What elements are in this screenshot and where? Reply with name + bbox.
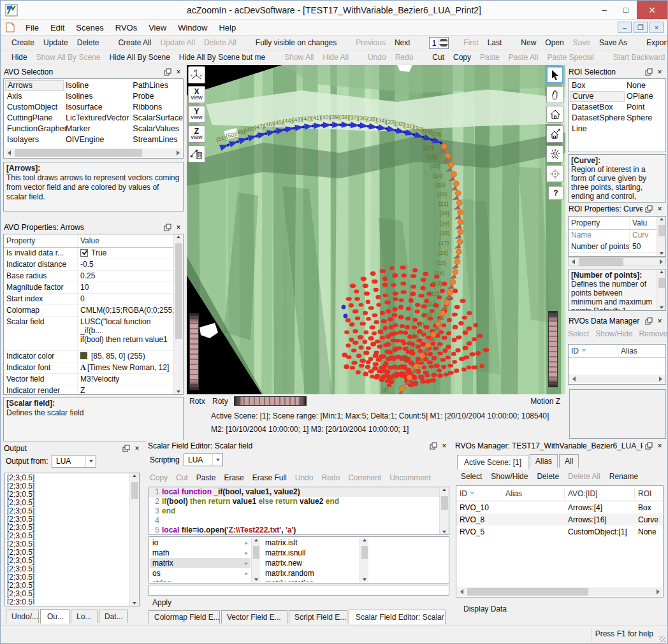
pointer-tool-button[interactable]: [546, 66, 563, 83]
create-button[interactable]: Create: [7, 37, 39, 48]
list-item-curve[interactable]: Curve: [570, 91, 625, 102]
list-item-ribbons[interactable]: Ribbons: [131, 102, 185, 113]
hide-button[interactable]: Hide: [7, 52, 32, 63]
fully-visible-on-changes-button[interactable]: Fully visible on changes: [251, 37, 341, 48]
menu-help[interactable]: Help: [213, 21, 242, 34]
erase-button[interactable]: Erase: [224, 473, 243, 482]
rotx-label[interactable]: Rotx: [189, 397, 205, 406]
update-button[interactable]: Update: [39, 37, 73, 48]
rvos-dm-hscrollbar[interactable]: [569, 375, 665, 383]
cut-button[interactable]: Cut: [428, 52, 449, 63]
output-from-dropdown[interactable]: LUA: [52, 455, 96, 468]
select-button[interactable]: Select: [568, 329, 589, 338]
function-browser-functions[interactable]: matrix.isltmatrix.isnullmatrix.newmatrix…: [263, 538, 358, 582]
show-all-button[interactable]: Show All: [280, 52, 318, 63]
output-list[interactable]: [2;3;0.5][2;3;0.5][2;3;0.5][2;3;0.5][2;3…: [4, 473, 140, 606]
open-button[interactable]: Open: [541, 37, 568, 48]
list-item-arrows[interactable]: Arrows: [5, 80, 64, 91]
document-icon[interactable]: [4, 22, 16, 33]
scroll-thumb[interactable]: [15, 149, 142, 157]
code-editor[interactable]: 1local function _if(bool, value1, value2…: [149, 487, 449, 535]
comment-button[interactable]: Comment: [348, 473, 381, 482]
browser-category-io[interactable]: io▸: [150, 538, 250, 548]
z-view-button[interactable]: Zview: [188, 125, 205, 143]
remove-button[interactable]: Remove: [639, 329, 667, 338]
rvo-row-rvo-8[interactable]: RVO_8Arrows:[16]Curve: [456, 513, 663, 526]
copy-button[interactable]: Copy: [150, 473, 168, 482]
left-dolly-thumbwheel[interactable]: [189, 313, 199, 390]
delete-button[interactable]: Delete: [537, 472, 559, 481]
select-button[interactable]: Select: [461, 472, 482, 481]
browser-category-os[interactable]: os▸: [150, 568, 250, 578]
close-panel-icon[interactable]: ×: [133, 445, 142, 453]
right-dolly-thumbwheel[interactable]: [548, 311, 558, 387]
list-item-axis[interactable]: Axis: [5, 91, 64, 102]
column-header-id[interactable]: ID: [569, 345, 618, 357]
minimize-button[interactable]: –: [593, 1, 615, 19]
code-vscrollbar[interactable]: [439, 487, 449, 534]
code-line-4[interactable]: 4: [149, 516, 439, 526]
code-line-5[interactable]: 5local file=io.open('Z:\\Test222.txt', '…: [149, 526, 439, 534]
list-item-isolayers[interactable]: Isolayers: [5, 134, 64, 145]
3d-scene[interactable]: {51}{50}{49}{48}{47}{46}{45}{44}{43}{42}…: [187, 65, 565, 394]
hide-all-button[interactable]: Hide All: [318, 52, 353, 63]
browser-function-matrix-islt[interactable]: matrix.islt: [263, 538, 358, 548]
browser-function-matrix-random[interactable]: matrix.random: [263, 568, 358, 578]
property-row-base-radius[interactable]: Base radius0.25: [4, 271, 173, 282]
list-item-pathlines[interactable]: PathLines: [131, 80, 185, 91]
maximize-button[interactable]: □: [615, 1, 637, 19]
seek-tool-button[interactable]: [546, 165, 563, 182]
list-item-datasetsphere[interactable]: DatasetSphere: [570, 113, 625, 124]
float-icon[interactable]: [122, 445, 131, 453]
show-hide-button[interactable]: Show/Hide: [595, 329, 632, 338]
spin-up-arrow[interactable]: [439, 38, 448, 43]
last-button[interactable]: Last: [483, 37, 507, 48]
browser-right-vscrollbar[interactable]: [359, 538, 368, 582]
list-item-sphere[interactable]: Sphere: [625, 113, 664, 124]
erase-full-button[interactable]: Erase Full: [252, 473, 287, 482]
roi-properties-hscrollbar[interactable]: [568, 257, 666, 266]
list-item-isosurface[interactable]: Isosurface: [64, 102, 131, 113]
view-all-button[interactable]: [546, 145, 563, 162]
tab-scalar-field-editor-scalar[interactable]: Scalar Field Editor: Scalar ...: [349, 610, 446, 624]
property-row-scalar-field[interactable]: Scalar fieldLUSC("local function _if(b..…: [4, 317, 173, 351]
property-row-indicator-font[interactable]: Indicator fontA [Times New Roman, 12]: [4, 362, 173, 374]
tab-colormap-field-e[interactable]: Colormap Field E...: [149, 610, 220, 624]
list-item-probe[interactable]: Probe: [131, 91, 185, 102]
previous-button[interactable]: Previous: [351, 37, 390, 48]
property-row-vector-field[interactable]: Vector fieldM3!Velocity: [4, 374, 173, 385]
list-item-isoline[interactable]: Isoline: [64, 80, 131, 91]
code-line-3[interactable]: 3end: [149, 506, 439, 516]
rvos-hscrollbar[interactable]: [457, 587, 662, 596]
delete-all-button[interactable]: Delete All: [200, 37, 241, 48]
paste-special-button[interactable]: Paste Special: [542, 52, 598, 63]
browser-category-string[interactable]: string▸: [150, 578, 250, 582]
float-icon[interactable]: [163, 224, 172, 232]
viewport[interactable]: {51}{50}{49}{48}{47}{46}{45}{44}{43}{42}…: [187, 65, 565, 394]
tab-undo[interactable]: Undo/...: [6, 610, 39, 623]
undo-button[interactable]: Undo: [295, 473, 314, 482]
property-row-indicator-render[interactable]: Indicator renderZ: [4, 385, 173, 395]
tab-lo[interactable]: Lo...: [71, 610, 98, 623]
redo-button[interactable]: Redo: [321, 473, 340, 482]
list-item-customobject[interactable]: CustomObject: [5, 102, 64, 113]
list-item-isolines[interactable]: Isolines: [64, 91, 131, 102]
browser-left-vscrollbar[interactable]: [251, 538, 260, 582]
axes-orientation-button[interactable]: zxy: [188, 66, 205, 83]
menu-view[interactable]: View: [143, 21, 172, 34]
hide-all-by-scene-button[interactable]: Hide All By Scene: [105, 52, 174, 63]
tab-vector-field-e[interactable]: Vector Field E...: [221, 610, 287, 624]
column-header-roi[interactable]: ROI: [635, 488, 660, 499]
save-as-button[interactable]: Save As: [595, 37, 632, 48]
roty-label[interactable]: Roty: [212, 397, 228, 406]
browser-function-matrix-isnull[interactable]: matrix.isnull: [263, 548, 358, 558]
column-header-alias[interactable]: Alias: [502, 488, 565, 499]
mdi-minimize-button[interactable]: –: [618, 22, 632, 33]
pan-hand-tool-button[interactable]: [546, 86, 563, 103]
delete-button[interactable]: Delete: [73, 37, 104, 48]
first-button[interactable]: First: [459, 37, 483, 48]
delete-all-button[interactable]: Delete All: [568, 472, 600, 481]
code-line-1[interactable]: 1local function _if(bool, value1, value2…: [149, 487, 439, 497]
measure-delete-button[interactable]: [188, 145, 205, 162]
paste-all-button[interactable]: Paste All: [504, 52, 543, 63]
